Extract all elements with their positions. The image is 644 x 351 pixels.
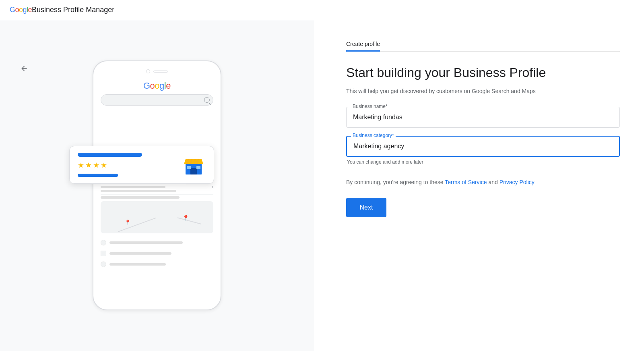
map-pin-icon: 📍 xyxy=(125,220,131,225)
business-card-info: ★ ★ ★ ★ xyxy=(78,153,182,177)
business-card: ★ ★ ★ ★ xyxy=(69,146,214,184)
right-panel: Create profile Start building your Busin… xyxy=(314,20,644,351)
map-line xyxy=(118,218,156,232)
phone-top-bar xyxy=(97,69,217,73)
phone-list-item-phone xyxy=(101,248,213,259)
phone-list: › 📍 📍 xyxy=(99,180,215,270)
business-card-bar1 xyxy=(78,153,142,157)
tab-underline xyxy=(346,51,620,52)
phone-map: 📍 📍 xyxy=(101,201,213,233)
business-name-input[interactable] xyxy=(346,107,620,128)
phone-camera xyxy=(146,69,150,73)
phone-map-container: 📍 📍 xyxy=(101,195,213,237)
app-header: Google Business Profile Manager xyxy=(0,0,644,20)
terms-prefix: By continuing, you're agreeing to these xyxy=(346,179,445,185)
next-button[interactable]: Next xyxy=(346,198,386,217)
business-name-label: Business name* xyxy=(351,104,389,109)
terms-text: By continuing, you're agreeing to these … xyxy=(346,178,547,187)
phone-icon xyxy=(101,251,106,256)
phone-speaker xyxy=(153,71,168,73)
terms-of-service-link[interactable]: Terms of Service xyxy=(445,179,487,185)
phone-mockup: Google ★ ★ ★ ★ xyxy=(93,60,221,310)
svg-rect-1 xyxy=(190,168,197,174)
business-name-field: Business name* xyxy=(346,107,620,128)
store-icon xyxy=(182,153,206,177)
create-profile-tab[interactable]: Create profile xyxy=(346,41,380,52)
phone-search-bar xyxy=(101,94,213,106)
app-title-suffix: Business Profile Manager xyxy=(32,6,114,14)
svg-rect-3 xyxy=(196,166,200,169)
business-card-bar2 xyxy=(78,174,118,177)
google-logo: Google xyxy=(10,6,32,14)
phone-google-logo: Google xyxy=(143,81,171,91)
map-pin-icon: 📍 xyxy=(182,215,189,221)
clock-icon xyxy=(101,240,106,245)
business-card-stars: ★ ★ ★ ★ xyxy=(78,161,182,170)
page-heading: Start building your Business Profile xyxy=(346,64,620,81)
tab-bar: Create profile xyxy=(346,40,620,52)
phone-list-item-clock xyxy=(101,237,213,248)
page-subtext: This will help you get discovered by cus… xyxy=(346,87,620,96)
phone-line xyxy=(101,196,180,199)
star-2: ★ xyxy=(85,161,92,170)
privacy-policy-link[interactable]: Privacy Policy xyxy=(500,179,535,185)
phone-line xyxy=(109,241,183,244)
phone-line xyxy=(101,186,165,188)
phone-line xyxy=(109,263,166,266)
business-category-input[interactable] xyxy=(346,136,620,157)
star-3: ★ xyxy=(93,161,99,170)
business-category-field: Business category* You can change and ad… xyxy=(346,136,620,165)
map-line xyxy=(178,217,201,224)
phone-line xyxy=(109,252,171,255)
back-button[interactable] xyxy=(16,60,32,77)
phone-search-area: Google xyxy=(99,78,215,108)
phone-search-icon xyxy=(204,97,210,103)
star-1: ★ xyxy=(78,161,84,170)
left-panel: Google ★ ★ ★ ★ xyxy=(0,20,314,351)
star-4: ★ xyxy=(101,161,107,170)
main-container: Google ★ ★ ★ ★ xyxy=(0,20,644,351)
globe-icon xyxy=(101,262,106,267)
terms-middle: and xyxy=(487,179,500,185)
phone-line xyxy=(101,190,176,192)
phone-list-item-globe xyxy=(101,259,213,270)
chevron-icon: › xyxy=(212,184,213,190)
svg-rect-2 xyxy=(187,166,191,169)
phone-content: Google ★ ★ ★ ★ xyxy=(97,78,217,270)
business-category-label: Business category* xyxy=(351,133,396,138)
app-title: Google Business Profile Manager xyxy=(10,6,114,14)
category-hint: You can change and add more later xyxy=(346,159,620,165)
